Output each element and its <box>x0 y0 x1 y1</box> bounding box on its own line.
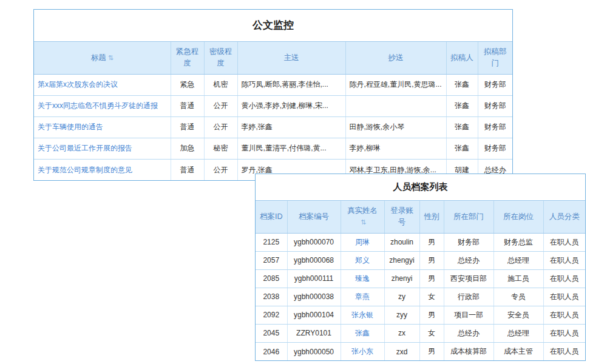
person-archive-id: 2092 <box>256 306 287 324</box>
doc-main-send: 陈巧凤,断郎,蒋丽,李佳怡,... <box>237 74 345 95</box>
person-category: 在职人员 <box>543 251 585 269</box>
header-row: 档案ID 档案编号 真实姓名 ⇅ 登录账号 性别 所在部门 所在岗位 人员分类 <box>256 201 585 233</box>
person-post: 总经理 <box>493 324 543 342</box>
doc-title-link[interactable]: 关于公司最近工作开展的报告 <box>34 138 171 159</box>
col-header-gender-label: 性别 <box>424 212 439 221</box>
doc-urgency: 紧急 <box>171 74 204 95</box>
person-dept: 项目一部 <box>444 306 493 324</box>
doc-copy-send: 陈丹,程亚雄,董川民,黄思璐... <box>345 74 446 95</box>
col-header-category: 人员分类 <box>543 201 585 233</box>
person-name-link[interactable]: 周琳 <box>341 233 384 251</box>
doc-title-link[interactable]: 关于规范公司规章制度的意见 <box>34 159 171 180</box>
col-header-post-label: 所在岗位 <box>503 212 534 221</box>
person-dept: 总经办 <box>444 324 493 342</box>
sort-icon[interactable]: ⇅ <box>108 54 114 61</box>
person-name-link[interactable]: 张小东 <box>341 342 384 360</box>
doc-drafter: 张鑫 <box>446 138 478 159</box>
person-gender: 男 <box>419 251 444 269</box>
person-archive-code: ygbh000068 <box>287 251 341 269</box>
person-name-link[interactable]: 张永银 <box>341 306 384 324</box>
doc-copy-send <box>345 95 446 116</box>
col-header-real-name[interactable]: 真实姓名 ⇅ <box>341 201 384 233</box>
person-gender: 女 <box>419 324 444 342</box>
doc-drafter: 张鑫 <box>446 95 478 116</box>
col-header-main-send: 主送 <box>237 42 345 74</box>
doc-urgency: 加急 <box>171 138 204 159</box>
doc-main-send: 董川民,董清平,付伟璐,黄... <box>237 138 345 159</box>
col-header-title[interactable]: 标题⇅ <box>34 42 171 74</box>
col-header-category-label: 人员分类 <box>549 212 580 221</box>
document-monitor-table: 标题⇅ 紧急程度 密级程度 主送 抄送 拟稿人 拟稿部门 第x届第x次股东会的决… <box>34 42 512 180</box>
col-header-dept: 所在部门 <box>444 201 493 233</box>
table-row: 关于公司最近工作开展的报告 加急 秘密 董川民,董清平,付伟璐,黄... 李婷,… <box>34 138 512 159</box>
person-category: 在职人员 <box>543 324 585 342</box>
col-header-archive-code: 档案编号 <box>287 201 341 233</box>
doc-title-link[interactable]: 关于车辆使用的通告 <box>34 116 171 138</box>
person-name-link[interactable]: 章燕 <box>341 288 384 306</box>
person-account: zhenyi <box>384 269 419 288</box>
table-row: 2125 ygbh000070 周琳 zhoulin 男 财务部 财务总监 在职… <box>256 233 585 251</box>
sort-icon[interactable]: ⇅ <box>361 218 366 226</box>
person-dept: 行政部 <box>444 288 493 306</box>
col-header-urgency: 紧急程度 <box>171 42 204 74</box>
person-archive-code: ygbh000111 <box>287 269 341 288</box>
person-gender: 男 <box>419 306 444 324</box>
doc-draft-dept: 财务部 <box>478 116 512 138</box>
doc-draft-dept: 财务部 <box>478 74 512 95</box>
person-account: zy <box>384 288 419 306</box>
table-row: 2092 ygbh000104 张永银 zyy 男 项目一部 安全员 在职人员 <box>256 306 585 324</box>
doc-title-link[interactable]: 第x届第x次股东会的决议 <box>34 74 171 95</box>
col-header-account: 登录账号 <box>384 201 419 233</box>
doc-secrecy: 公开 <box>204 159 237 180</box>
table-row: 2057 ygbh000068 郑义 zhengyi 男 总经办 总经理 在职人… <box>256 251 585 269</box>
col-header-title-label: 标题 <box>91 53 106 62</box>
header-row: 标题⇅ 紧急程度 密级程度 主送 抄送 拟稿人 拟稿部门 <box>34 42 512 74</box>
doc-copy-send: 李婷,柳琳 <box>345 138 446 159</box>
personnel-archive-title: 人员档案列表 <box>256 174 585 201</box>
person-archive-code: ygbh000070 <box>287 233 341 251</box>
person-archive-id: 2057 <box>256 251 287 269</box>
person-gender: 男 <box>419 269 444 288</box>
person-gender: 女 <box>419 288 444 306</box>
person-account: zhoulin <box>384 233 419 251</box>
doc-urgency: 普通 <box>171 116 204 138</box>
doc-secrecy: 机密 <box>204 74 237 95</box>
person-archive-code: ZZRY0101 <box>287 324 341 342</box>
document-monitor-title: 公文监控 <box>34 10 512 42</box>
person-name-link[interactable]: 张鑫 <box>341 324 384 342</box>
col-header-secrecy-label: 密级程度 <box>209 47 232 67</box>
person-category: 在职人员 <box>543 342 585 360</box>
doc-drafter: 张鑫 <box>446 74 478 95</box>
doc-secrecy: 公开 <box>204 95 237 116</box>
person-category: 在职人员 <box>543 288 585 306</box>
col-header-secrecy: 密级程度 <box>204 42 237 74</box>
person-post: 安全员 <box>493 306 543 324</box>
col-header-drafter: 拟稿人 <box>446 42 478 74</box>
doc-draft-dept: 财务部 <box>478 138 512 159</box>
doc-main-send: 李婷,张鑫 <box>237 116 345 138</box>
doc-copy-send: 田静,游恢,余小琴 <box>345 116 446 138</box>
doc-title-link[interactable]: 关于xxx同志临危不惧勇斗歹徒的通报 <box>34 95 171 116</box>
person-category: 在职人员 <box>543 306 585 324</box>
col-header-draft-dept-label: 拟稿部门 <box>484 47 507 67</box>
col-header-draft-dept: 拟稿部门 <box>478 42 512 74</box>
person-account: zyy <box>384 306 419 324</box>
person-gender: 男 <box>419 342 444 360</box>
person-category: 在职人员 <box>543 269 585 288</box>
person-post: 专员 <box>493 288 543 306</box>
person-archive-id: 2038 <box>256 288 287 306</box>
col-header-drafter-label: 拟稿人 <box>450 53 473 62</box>
person-name-link[interactable]: 郑义 <box>341 251 384 269</box>
doc-draft-dept: 财务部 <box>478 95 512 116</box>
person-name-link[interactable]: 臻逸 <box>341 269 384 288</box>
person-post: 总经理 <box>493 251 543 269</box>
person-account: zx <box>384 324 419 342</box>
table-row: 关于xxx同志临危不惧勇斗歹徒的通报 普通 公开 黄小强,李婷,刘健,柳琳,宋.… <box>34 95 512 116</box>
doc-secrecy: 公开 <box>204 116 237 138</box>
col-header-copy-send: 抄送 <box>345 42 446 74</box>
table-row: 第x届第x次股东会的决议 紧急 机密 陈巧凤,断郎,蒋丽,李佳怡,... 陈丹,… <box>34 74 512 95</box>
col-header-copy-send-label: 抄送 <box>388 53 404 62</box>
person-dept: 成本核算部 <box>444 342 493 360</box>
col-header-archive-id-label: 档案ID <box>260 212 283 221</box>
person-account: zxd <box>384 342 419 360</box>
